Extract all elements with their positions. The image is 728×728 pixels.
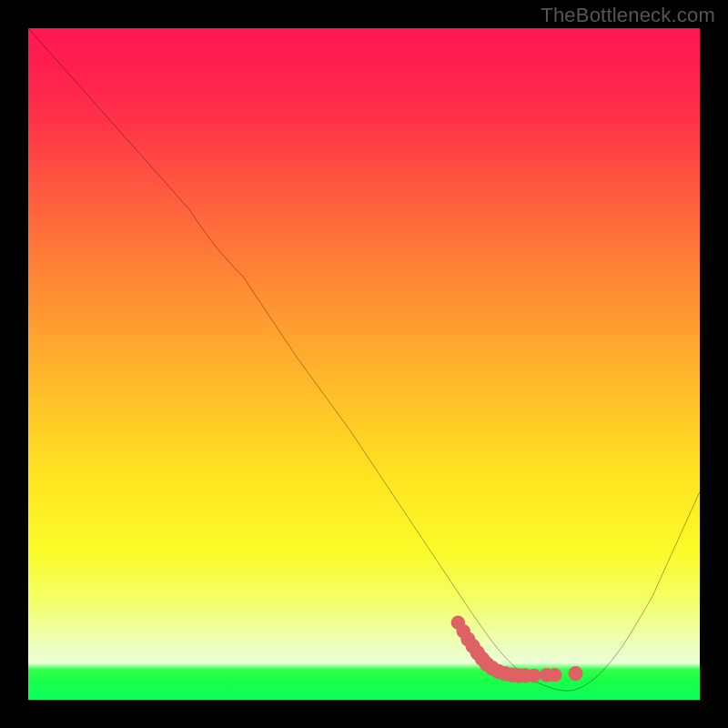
dotted-overlay [454, 619, 580, 680]
svg-point-16 [571, 670, 580, 678]
watermark-text: TheBottleneck.com [541, 4, 715, 27]
curve-layer [28, 28, 700, 700]
svg-point-15 [551, 672, 559, 679]
chart-frame: TheBottleneck.com [0, 0, 728, 728]
bottleneck-curve [28, 28, 700, 691]
svg-point-13 [531, 672, 538, 679]
plot-area [28, 28, 700, 700]
